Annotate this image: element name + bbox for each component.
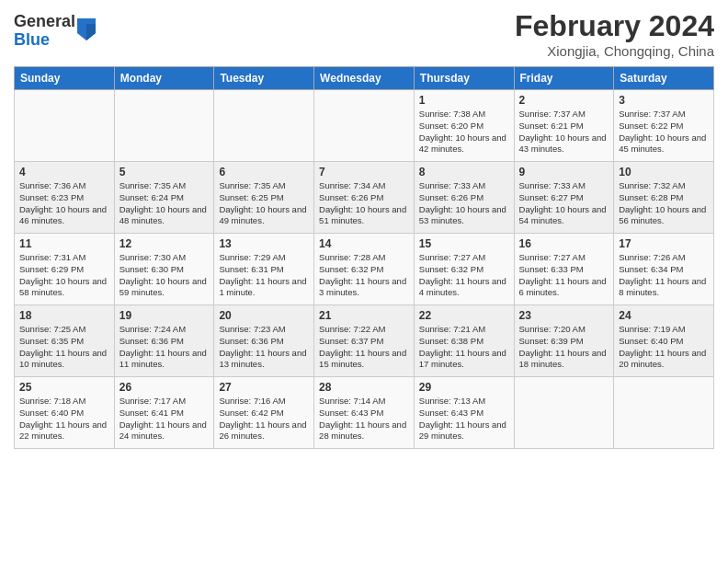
day-info: Sunrise: 7:27 AM Sunset: 6:32 PM Dayligh…: [419, 252, 509, 299]
calendar-cell: 18Sunrise: 7:25 AM Sunset: 6:35 PM Dayli…: [15, 305, 115, 377]
calendar-title: February 2024: [515, 9, 714, 43]
calendar-cell: [514, 377, 614, 449]
day-info: Sunrise: 7:37 AM Sunset: 6:22 PM Dayligh…: [619, 109, 709, 155]
day-number: 20: [219, 309, 309, 322]
calendar-cell: 17Sunrise: 7:26 AM Sunset: 6:34 PM Dayli…: [614, 234, 714, 305]
calendar-cell: 25Sunrise: 7:18 AM Sunset: 6:40 PM Dayli…: [15, 377, 115, 449]
day-number: 24: [619, 309, 709, 322]
calendar-cell: 1Sunrise: 7:38 AM Sunset: 6:20 PM Daylig…: [414, 90, 514, 162]
day-number: 13: [219, 237, 309, 250]
page-header: General Blue February 2024 Xiongjia, Cho…: [14, 9, 714, 59]
day-info: Sunrise: 7:19 AM Sunset: 6:40 PM Dayligh…: [619, 324, 709, 371]
day-info: Sunrise: 7:16 AM Sunset: 6:42 PM Dayligh…: [219, 396, 309, 442]
day-info: Sunrise: 7:31 AM Sunset: 6:29 PM Dayligh…: [19, 252, 109, 299]
day-number: 2: [519, 94, 609, 107]
day-info: Sunrise: 7:17 AM Sunset: 6:41 PM Dayligh…: [119, 396, 210, 442]
day-info: Sunrise: 7:35 AM Sunset: 6:25 PM Dayligh…: [219, 180, 309, 227]
calendar-week-5: 25Sunrise: 7:18 AM Sunset: 6:40 PM Dayli…: [15, 377, 714, 449]
logo-general: General: [14, 12, 75, 30]
day-number: 26: [119, 381, 210, 394]
day-info: Sunrise: 7:29 AM Sunset: 6:31 PM Dayligh…: [219, 252, 309, 299]
header-sunday: Sunday: [15, 67, 115, 90]
day-info: Sunrise: 7:22 AM Sunset: 6:37 PM Dayligh…: [319, 324, 409, 371]
day-number: 7: [319, 166, 409, 178]
day-info: Sunrise: 7:18 AM Sunset: 6:40 PM Dayligh…: [19, 396, 109, 442]
day-number: 17: [619, 237, 709, 250]
calendar-cell: [614, 377, 714, 449]
calendar-cell: 6Sunrise: 7:35 AM Sunset: 6:25 PM Daylig…: [214, 162, 314, 234]
calendar-cell: 3Sunrise: 7:37 AM Sunset: 6:22 PM Daylig…: [614, 90, 714, 162]
calendar-cell: 15Sunrise: 7:27 AM Sunset: 6:32 PM Dayli…: [414, 234, 514, 305]
calendar-cell: [214, 90, 314, 162]
calendar-week-2: 4Sunrise: 7:36 AM Sunset: 6:23 PM Daylig…: [15, 162, 714, 234]
calendar-cell: 27Sunrise: 7:16 AM Sunset: 6:42 PM Dayli…: [214, 377, 314, 449]
day-info: Sunrise: 7:20 AM Sunset: 6:39 PM Dayligh…: [519, 324, 609, 371]
day-number: 3: [619, 94, 709, 107]
logo-icon: [77, 18, 96, 40]
day-info: Sunrise: 7:28 AM Sunset: 6:32 PM Dayligh…: [319, 252, 409, 299]
calendar-cell: 26Sunrise: 7:17 AM Sunset: 6:41 PM Dayli…: [114, 377, 214, 449]
day-info: Sunrise: 7:32 AM Sunset: 6:28 PM Dayligh…: [619, 180, 709, 227]
day-info: Sunrise: 7:13 AM Sunset: 6:43 PM Dayligh…: [419, 396, 509, 442]
calendar-page: General Blue February 2024 Xiongjia, Cho…: [0, 0, 728, 563]
day-number: 12: [119, 237, 210, 250]
day-info: Sunrise: 7:30 AM Sunset: 6:30 PM Dayligh…: [119, 252, 210, 299]
day-info: Sunrise: 7:23 AM Sunset: 6:36 PM Dayligh…: [219, 324, 309, 371]
calendar-cell: 8Sunrise: 7:33 AM Sunset: 6:26 PM Daylig…: [414, 162, 514, 234]
calendar-cell: 2Sunrise: 7:37 AM Sunset: 6:21 PM Daylig…: [514, 90, 614, 162]
calendar-cell: 24Sunrise: 7:19 AM Sunset: 6:40 PM Dayli…: [614, 305, 714, 377]
calendar-cell: 23Sunrise: 7:20 AM Sunset: 6:39 PM Dayli…: [514, 305, 614, 377]
day-number: 4: [19, 166, 109, 178]
calendar-cell: 11Sunrise: 7:31 AM Sunset: 6:29 PM Dayli…: [15, 234, 115, 305]
day-number: 1: [419, 94, 509, 107]
calendar-cell: 28Sunrise: 7:14 AM Sunset: 6:43 PM Dayli…: [314, 377, 415, 449]
day-info: Sunrise: 7:36 AM Sunset: 6:23 PM Dayligh…: [19, 180, 109, 227]
day-info: Sunrise: 7:34 AM Sunset: 6:26 PM Dayligh…: [319, 180, 409, 227]
calendar-cell: 9Sunrise: 7:33 AM Sunset: 6:27 PM Daylig…: [514, 162, 614, 234]
day-info: Sunrise: 7:37 AM Sunset: 6:21 PM Dayligh…: [519, 109, 609, 155]
header-saturday: Saturday: [614, 67, 714, 90]
day-number: 18: [19, 309, 109, 322]
day-info: Sunrise: 7:26 AM Sunset: 6:34 PM Dayligh…: [619, 252, 709, 299]
logo-text: General Blue: [14, 13, 75, 50]
day-number: 15: [419, 237, 509, 250]
day-number: 16: [519, 237, 609, 250]
calendar-cell: 22Sunrise: 7:21 AM Sunset: 6:38 PM Dayli…: [414, 305, 514, 377]
svg-marker-1: [86, 24, 96, 40]
logo-blue: Blue: [14, 30, 50, 49]
title-block: February 2024 Xiongjia, Chongqing, China: [515, 9, 714, 59]
day-number: 23: [519, 309, 609, 322]
day-info: Sunrise: 7:27 AM Sunset: 6:33 PM Dayligh…: [519, 252, 609, 299]
calendar-cell: [114, 90, 214, 162]
day-number: 29: [419, 381, 509, 394]
day-info: Sunrise: 7:33 AM Sunset: 6:26 PM Dayligh…: [419, 180, 509, 227]
calendar-subtitle: Xiongjia, Chongqing, China: [515, 43, 714, 59]
calendar-cell: 7Sunrise: 7:34 AM Sunset: 6:26 PM Daylig…: [314, 162, 415, 234]
calendar-cell: 20Sunrise: 7:23 AM Sunset: 6:36 PM Dayli…: [214, 305, 314, 377]
day-number: 8: [419, 166, 509, 178]
calendar-cell: 21Sunrise: 7:22 AM Sunset: 6:37 PM Dayli…: [314, 305, 415, 377]
calendar-cell: 10Sunrise: 7:32 AM Sunset: 6:28 PM Dayli…: [614, 162, 714, 234]
calendar-cell: 13Sunrise: 7:29 AM Sunset: 6:31 PM Dayli…: [214, 234, 314, 305]
calendar-table: Sunday Monday Tuesday Wednesday Thursday…: [14, 66, 714, 449]
day-number: 19: [119, 309, 210, 322]
day-info: Sunrise: 7:33 AM Sunset: 6:27 PM Dayligh…: [519, 180, 609, 227]
day-number: 21: [319, 309, 409, 322]
day-info: Sunrise: 7:25 AM Sunset: 6:35 PM Dayligh…: [19, 324, 109, 371]
day-number: 28: [319, 381, 409, 394]
logo: General Blue: [14, 13, 96, 50]
day-info: Sunrise: 7:35 AM Sunset: 6:24 PM Dayligh…: [119, 180, 210, 227]
header-monday: Monday: [114, 67, 214, 90]
calendar-cell: 29Sunrise: 7:13 AM Sunset: 6:43 PM Dayli…: [414, 377, 514, 449]
calendar-week-3: 11Sunrise: 7:31 AM Sunset: 6:29 PM Dayli…: [15, 234, 714, 305]
day-info: Sunrise: 7:38 AM Sunset: 6:20 PM Dayligh…: [419, 109, 509, 155]
day-number: 22: [419, 309, 509, 322]
calendar-cell: 5Sunrise: 7:35 AM Sunset: 6:24 PM Daylig…: [114, 162, 214, 234]
header-thursday: Thursday: [414, 67, 514, 90]
day-number: 11: [19, 237, 109, 250]
header-friday: Friday: [514, 67, 614, 90]
day-number: 5: [119, 166, 210, 178]
calendar-cell: 14Sunrise: 7:28 AM Sunset: 6:32 PM Dayli…: [314, 234, 415, 305]
day-number: 14: [319, 237, 409, 250]
calendar-cell: 16Sunrise: 7:27 AM Sunset: 6:33 PM Dayli…: [514, 234, 614, 305]
